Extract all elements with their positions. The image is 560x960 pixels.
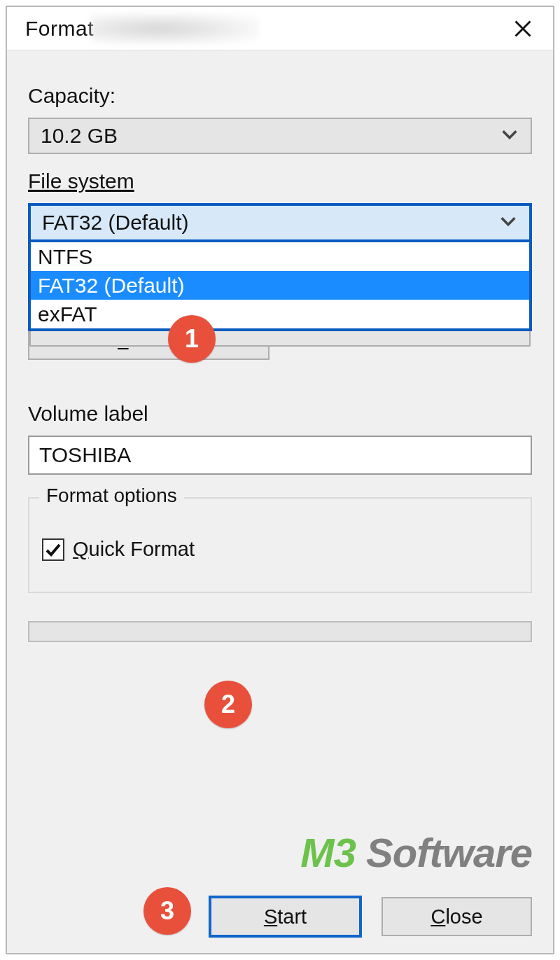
capacity-label: Capacity: [28,84,532,108]
close-icon [513,19,533,39]
chevron-down-icon [500,127,519,144]
annotation-badge-3: 3 [144,887,191,935]
annotation-badge-2: 2 [204,681,252,728]
annotation-badge-1: 1 [168,315,216,363]
format-options-group: Format options Quick Format [28,497,532,593]
allocation-unit-select-obscured[interactable] [29,331,531,347]
chevron-down-icon [498,214,518,231]
watermark: M3 Software [300,829,532,876]
window-close-button[interactable] [507,13,539,45]
dialog-buttons: Start Close [210,897,532,936]
format-dialog: Format Capacity: 10.2 GB File system FAT… [6,6,554,954]
quick-format-checkbox[interactable] [42,538,64,561]
file-system-label: File system [28,169,532,193]
capacity-value: 10.2 GB [41,124,118,148]
window-title: Format [25,17,94,41]
checkmark-icon [45,541,62,558]
start-button[interactable]: Start [210,897,360,936]
file-system-dropdown: NTFS FAT32 (Default) exFAT [28,242,532,331]
file-system-option-ntfs[interactable]: NTFS [31,242,529,271]
file-system-selected: FAT32 (Default) [42,211,189,235]
title-blur [91,13,259,44]
file-system-option-fat32[interactable]: FAT32 (Default) [31,271,529,300]
volume-label-label: Volume label [28,402,532,426]
progress-bar [28,621,532,642]
quick-format-label: Quick Format [73,538,195,561]
file-system-option-exfat[interactable]: exFAT [31,300,529,328]
close-button[interactable]: Close [382,897,532,936]
format-options-legend: Format options [39,485,184,507]
file-system-select[interactable]: FAT32 (Default) [28,203,532,242]
titlebar: Format [7,7,553,50]
capacity-select[interactable]: 10.2 GB [28,118,532,154]
volume-label-input[interactable] [28,436,532,475]
